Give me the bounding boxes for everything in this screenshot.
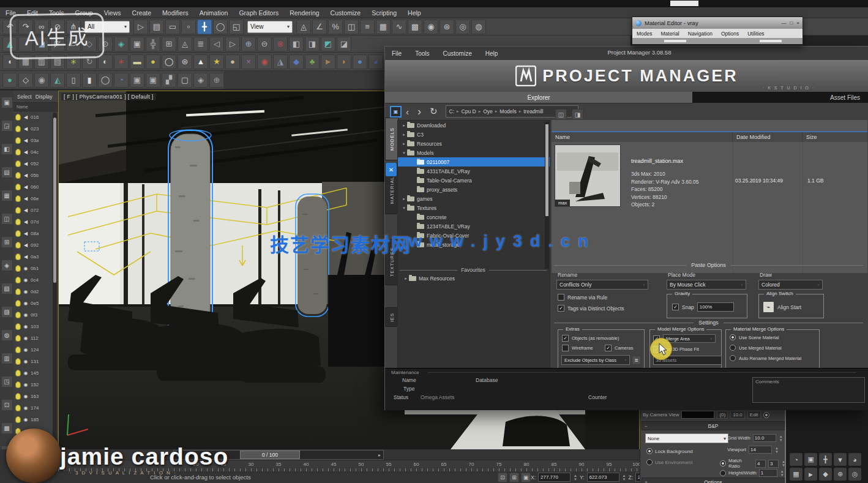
zoom-icon[interactable]: ◕ (848, 453, 861, 466)
tree-item-concrete[interactable]: concrete (398, 212, 550, 222)
breadcrumb-segment[interactable]: Models (499, 108, 516, 114)
explorer-item[interactable]: ◀05b (13, 170, 58, 181)
panel-a-icon[interactable]: ▣ (130, 73, 144, 88)
file-row[interactable]: max treadmill_station.max 3ds Max: 2010R… (552, 141, 867, 273)
light-bulb-icon[interactable] (15, 253, 21, 260)
camera-edit-button[interactable]: Edit (747, 411, 761, 419)
mated-menu-material[interactable]: Material (657, 31, 684, 37)
tree-expand-icon[interactable]: ▸ (402, 123, 406, 128)
diamond-dot-icon[interactable]: ◈ (193, 73, 208, 88)
light-bulb-icon[interactable] (15, 242, 21, 249)
spinner-icon[interactable]: ▲▼ (623, 474, 626, 481)
explorer-item[interactable]: ◀052 (13, 158, 58, 170)
mated-menu-options[interactable]: Options (717, 31, 743, 37)
tree-item-02110007[interactable]: 02110007 (398, 157, 550, 167)
selection-lock-icon[interactable]: ⊡ (498, 473, 507, 482)
times-circle-icon[interactable]: ⊗ (273, 37, 288, 51)
explorer-tool-2-icon[interactable]: ◲ (1, 120, 13, 132)
viewport-spinner[interactable]: Viewport 14▲▼ (727, 446, 779, 454)
diamond-white-icon[interactable]: ◇ (18, 73, 33, 88)
viewport-label[interactable]: [ F ] [ PhysCamera001 ] [ Default ] (61, 93, 156, 100)
lock-background-radio[interactable]: Lock Background (646, 448, 693, 454)
explorer-item[interactable]: ◉0d2 (13, 286, 58, 298)
rename-rule-checkbox[interactable]: Rename via Rule (558, 294, 607, 301)
tags-distinct-checkbox[interactable]: Tags via Distinct Objects (558, 305, 624, 312)
cone-icon[interactable]: ◬ (178, 37, 192, 51)
star-icon[interactable]: ★ (209, 54, 224, 69)
camera-color-swatch[interactable] (681, 411, 714, 419)
light-bulb-icon[interactable] (15, 405, 21, 411)
light-bulb-icon[interactable] (15, 172, 21, 179)
pm-menu-customize[interactable]: Customize (436, 50, 478, 57)
explorer-item[interactable]: ◀060 (13, 181, 58, 193)
rendered-frame-icon[interactable]: ◎ (455, 20, 470, 34)
explorer-item[interactable]: ◀04c (13, 146, 58, 158)
schematic-view-icon[interactable]: ▩ (408, 20, 422, 34)
right-icon[interactable]: ▷ (225, 37, 240, 51)
mated-menu-utilities[interactable]: Utilities (743, 31, 768, 37)
square-icon[interactable]: ▢ (178, 73, 192, 88)
explorer-item[interactable]: ◉131 (13, 356, 58, 367)
tree-item-c3[interactable]: ▸C3 (398, 130, 550, 139)
tree-item-resources[interactable]: ▸Resources (398, 139, 550, 148)
explorer-item[interactable]: ◀092 (13, 239, 58, 251)
plane-bar-icon[interactable]: ▬ (130, 54, 144, 69)
explorer-item[interactable]: ◀023 (13, 123, 58, 135)
layer-manager-icon[interactable]: ▦ (376, 20, 391, 34)
explorer-item[interactable]: ◉152 (13, 379, 58, 391)
plus-ring-icon[interactable]: ⊕ (209, 73, 224, 88)
light-bulb-icon[interactable] (15, 312, 21, 318)
tree-expand-icon[interactable]: ▸ (402, 141, 406, 146)
explorer-tool-7-icon[interactable]: ⊞ (1, 236, 13, 248)
breadcrumb-segment[interactable]: Oye (483, 108, 493, 114)
light-bulb-icon[interactable] (15, 277, 21, 283)
roll-icon[interactable]: ◎ (848, 468, 861, 481)
light-bulb-icon[interactable] (15, 125, 21, 132)
light-bulb-icon[interactable] (15, 160, 21, 167)
pm-menu-tools[interactable]: Tools (408, 50, 436, 57)
corner-br-icon[interactable]: ◪ (337, 37, 351, 51)
explorer-tool-3-icon[interactable]: ◧ (1, 143, 13, 155)
explorer-item[interactable]: ◉124 (13, 344, 58, 356)
align-tool-icon[interactable]: ⌁ (763, 301, 774, 313)
tree-item-textures[interactable]: ▾Textures (398, 203, 550, 212)
explorer-column-header[interactable]: Name (13, 102, 58, 111)
light-bulb-icon[interactable] (15, 288, 21, 295)
side-tab-ies[interactable]: IES (385, 307, 398, 327)
panel-b-icon[interactable]: ▣ (146, 73, 160, 88)
spinner-icon[interactable]: ▲▼ (574, 474, 577, 481)
card-icon[interactable]: ▯ (66, 73, 81, 88)
use-merged-material-radio[interactable]: Use Merged Material (730, 345, 782, 351)
maximize-viewport-icon[interactable]: ▣ (804, 453, 817, 466)
diamond-icon[interactable]: ◈ (114, 37, 129, 51)
favourite-max-resources[interactable]: ▸ Max Resources (403, 275, 455, 282)
percent-snap-icon[interactable]: % (328, 20, 343, 34)
explorer-menu-display[interactable]: Display (36, 94, 53, 100)
use-scene-material-radio[interactable]: Use Scene Material (730, 334, 779, 340)
explorer-item[interactable]: ◉112 (13, 332, 58, 344)
circle-icon[interactable]: ◯ (98, 73, 113, 88)
ref-coord-dropdown[interactable]: View▾ (247, 21, 293, 33)
egg-icon[interactable]: ◯ (162, 54, 176, 69)
quarter-icon[interactable]: ◔ (114, 73, 129, 88)
explorer-tool-5-icon[interactable]: ▦ (1, 190, 13, 201)
explorer-item[interactable]: ◉145 (13, 367, 58, 379)
half-right-icon[interactable]: ◨ (305, 37, 320, 51)
knot-icon[interactable]: ∗ (114, 54, 129, 69)
tree-item-games[interactable]: ▸games (398, 194, 550, 203)
tree-item-proxy_assets[interactable]: proxy_assets (398, 185, 550, 194)
file-thumbnail[interactable]: max (555, 144, 621, 207)
explorer-tool-13-icon[interactable]: ◳ (1, 376, 13, 388)
breadcrumb-segment[interactable]: Cpu D (462, 108, 476, 114)
breadcrumb-segment[interactable]: C: (449, 108, 455, 114)
rename-dropdown[interactable]: Conflicts Only▾ (556, 280, 648, 290)
grid-width-spinner[interactable]: Grid Width 10.0▲▼ (727, 434, 783, 442)
menu-help[interactable]: Help (402, 9, 427, 17)
side-tab-models[interactable]: MODELS (385, 118, 398, 160)
menu-modifiers[interactable]: Modifiers (157, 9, 194, 17)
light-bulb-icon[interactable] (15, 184, 21, 190)
explorer-item[interactable]: ◀0a3 (13, 251, 58, 263)
explorer-item[interactable]: ◀072 (13, 204, 58, 216)
camera-value-field[interactable]: 10.0 (730, 411, 745, 419)
light-bulb-icon[interactable] (15, 335, 21, 342)
